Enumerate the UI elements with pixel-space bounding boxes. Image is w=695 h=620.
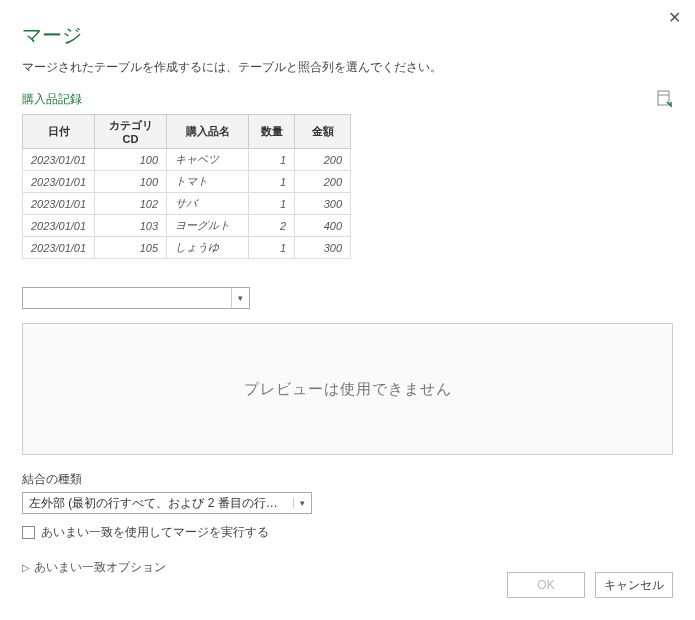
checkbox-icon[interactable] [22, 526, 35, 539]
cell: 2023/01/01 [23, 149, 95, 171]
table-header-row: 日付 カテゴリCD 購入品名 数量 金額 [23, 115, 351, 149]
cancel-button[interactable]: キャンセル [595, 572, 673, 598]
cell: 100 [95, 149, 167, 171]
table-row: 2023/01/01 103 ヨーグルト 2 400 [23, 215, 351, 237]
cell: 200 [295, 171, 351, 193]
col-header-name[interactable]: 購入品名 [167, 115, 249, 149]
cell: トマト [167, 171, 249, 193]
cell: 2023/01/01 [23, 171, 95, 193]
table-row: 2023/01/01 102 サバ 1 300 [23, 193, 351, 215]
table-row: 2023/01/01 105 しょうゆ 1 300 [23, 237, 351, 259]
cell: 2023/01/01 [23, 193, 95, 215]
preview-message: プレビューは使用できません [244, 380, 452, 399]
join-type-value: 左外部 (最初の行すべて、および 2 番目の行のうち一… [23, 495, 293, 512]
cell: 103 [95, 215, 167, 237]
cell: 2023/01/01 [23, 215, 95, 237]
col-header-date[interactable]: 日付 [23, 115, 95, 149]
cell: 300 [295, 193, 351, 215]
join-type-dropdown[interactable]: 左外部 (最初の行すべて、および 2 番目の行のうち一… ▾ [22, 492, 312, 514]
cell: 100 [95, 171, 167, 193]
fuzzy-match-checkbox-row[interactable]: あいまい一致を使用してマージを実行する [22, 524, 673, 541]
table-row: 2023/01/01 100 キャベツ 1 200 [23, 149, 351, 171]
cell: キャベツ [167, 149, 249, 171]
cell: 2023/01/01 [23, 237, 95, 259]
source-table[interactable]: 日付 カテゴリCD 購入品名 数量 金額 2023/01/01 100 キャベツ… [22, 114, 351, 259]
col-header-category[interactable]: カテゴリCD [95, 115, 167, 149]
cell: 1 [249, 193, 295, 215]
source-table-name: 購入品記録 [22, 91, 82, 108]
chevron-down-icon: ▾ [231, 288, 249, 308]
cell: 102 [95, 193, 167, 215]
expand-table-icon[interactable] [657, 90, 673, 108]
table-row: 2023/01/01 100 トマト 1 200 [23, 171, 351, 193]
cell: サバ [167, 193, 249, 215]
triangle-right-icon: ▷ [22, 562, 30, 573]
col-header-qty[interactable]: 数量 [249, 115, 295, 149]
table-body: 2023/01/01 100 キャベツ 1 200 2023/01/01 100… [23, 149, 351, 259]
cell: 1 [249, 237, 295, 259]
ok-button: OK [507, 572, 585, 598]
cell: 2 [249, 215, 295, 237]
cell: ヨーグルト [167, 215, 249, 237]
fuzzy-options-label: あいまい一致オプション [34, 559, 166, 576]
join-type-label: 結合の種類 [22, 471, 673, 488]
col-header-amount[interactable]: 金額 [295, 115, 351, 149]
cell: 200 [295, 149, 351, 171]
preview-panel: プレビューは使用できません [22, 323, 673, 455]
cell: 1 [249, 149, 295, 171]
close-icon[interactable]: ✕ [668, 8, 681, 27]
second-table-dropdown[interactable]: ▾ [22, 287, 250, 309]
dialog-description: マージされたテーブルを作成するには、テーブルと照合列を選んでください。 [22, 59, 673, 76]
cell: 105 [95, 237, 167, 259]
cell: しょうゆ [167, 237, 249, 259]
cell: 400 [295, 215, 351, 237]
cell: 1 [249, 171, 295, 193]
fuzzy-match-label: あいまい一致を使用してマージを実行する [41, 524, 269, 541]
chevron-down-icon: ▾ [293, 498, 311, 508]
cell: 300 [295, 237, 351, 259]
dialog-title: マージ [22, 22, 673, 49]
